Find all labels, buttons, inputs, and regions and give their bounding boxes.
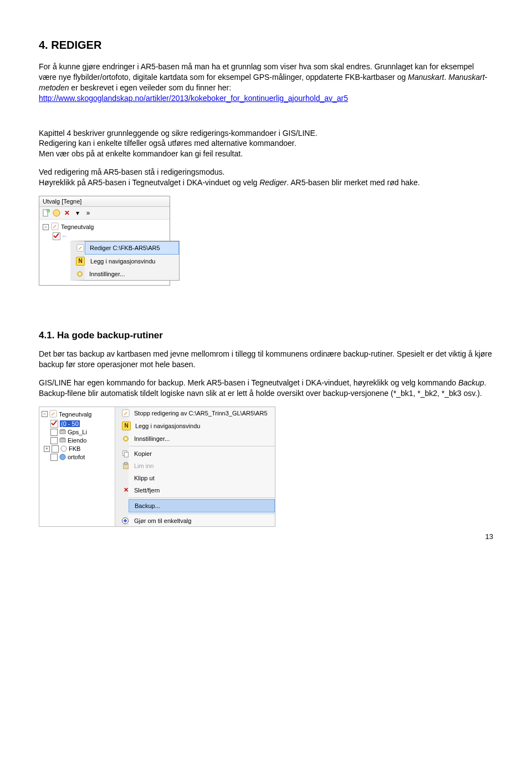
n-icon: N <box>76 257 85 266</box>
radio-icon <box>122 517 129 524</box>
blank-icon <box>122 502 130 510</box>
collapse-icon[interactable]: − <box>43 224 49 230</box>
tree-item-ortofoto[interactable]: ortofot <box>42 453 112 461</box>
menu-item-stop-edit[interactable]: Stopp redigering av C:\AR5_Trinn3_GL\AR5… <box>129 407 275 419</box>
text: . AR5-basen blir merket med rød hake. <box>287 178 420 187</box>
checkbox-icon[interactable] <box>50 429 58 436</box>
checkbox-icon[interactable] <box>50 437 58 444</box>
svg-rect-21 <box>124 462 127 464</box>
menu-item-delete[interactable]: ✕ Slett/fjern <box>129 484 275 496</box>
copy-icon <box>122 450 130 458</box>
toolbar: + ✕ ▾ » <box>39 207 170 220</box>
collapse-icon[interactable]: − <box>42 411 48 417</box>
checkbox-icon[interactable] <box>52 445 59 453</box>
menu-item-nav[interactable]: N Legg i navigasjonsvindu <box>85 255 179 268</box>
tree-item-ar5[interactable] <box>43 232 166 241</box>
separator <box>129 497 275 498</box>
text: Høyreklikk på AR5-basen i Tegneutvalget … <box>39 178 259 187</box>
menu-item-settings[interactable]: Innstillinger... <box>129 433 275 445</box>
pencil-icon <box>51 222 59 231</box>
paste-icon <box>122 462 130 470</box>
separator <box>129 446 275 446</box>
redigeringsmodus-paragraph: Ved redigering må AR5-basen stå i redige… <box>39 167 493 188</box>
menu-label: Legg i navigasjonsvindu <box>135 423 200 429</box>
svg-point-3 <box>53 210 60 216</box>
circle-icon <box>60 445 67 452</box>
label: ortofot <box>68 454 85 460</box>
selected-label: (0 - 50 <box>60 420 80 427</box>
svg-rect-19 <box>124 452 128 457</box>
manuskart-italic: Manuskart <box>408 73 444 82</box>
chevron-icon[interactable]: » <box>84 209 93 217</box>
tree-item-eiendo[interactable]: Eiendo <box>42 436 112 445</box>
expand-icon[interactable]: + <box>44 446 50 452</box>
label: Eiendo <box>68 437 86 444</box>
menu-label: Legg i navigasjonsvindu <box>90 258 155 265</box>
tree-item-fkb[interactable]: + FKB <box>42 445 112 453</box>
page-number: 13 <box>39 532 493 541</box>
label: Tegneutvalg <box>59 411 91 418</box>
menu-label: Stopp redigering av C:\AR5_Trinn3_GL\AR5… <box>134 410 268 417</box>
manuskart-link[interactable]: http://www.skogoglandskap.no/artikler/20… <box>39 94 348 103</box>
heading-rediger: 4. REDIGER <box>39 39 493 52</box>
globe-icon[interactable] <box>52 209 61 217</box>
menu-label: Slett/fjern <box>134 487 160 494</box>
db-icon <box>59 429 66 435</box>
tree-root-row[interactable]: − Tegneutvalg <box>43 222 166 232</box>
menu-item-rediger[interactable]: Rediger C:\FKB-AR5\AR5 <box>85 241 179 255</box>
screenshot-backup-menu: − Tegneutvalg (0 - 50 Gps_Li Eiendo + <box>39 407 275 527</box>
intro-paragraph: For å kunne gjøre endringer i AR5-basen … <box>39 62 493 104</box>
db-icon <box>59 437 66 444</box>
backup-italic: Backup <box>458 378 484 387</box>
svg-point-13 <box>61 446 66 451</box>
context-menu: Rediger C:\FKB-AR5\AR5 N Legg i navigasj… <box>70 241 180 281</box>
menu-item-settings[interactable]: Innstillinger... <box>85 268 179 280</box>
text: Backup-filene blir automatisk tildelt lo… <box>39 389 482 398</box>
menu-label: Lim inn <box>134 463 154 469</box>
menu-item-copy[interactable]: Kopier <box>129 448 275 460</box>
heading-backup-rutiner: 4.1. Ha gode backup-rutiner <box>39 330 493 341</box>
text: er beskrevet i egen veileder som du finn… <box>69 83 231 92</box>
cut-icon <box>122 474 130 482</box>
menu-item-backup[interactable]: Backup... <box>129 499 275 512</box>
menu-label: Klipp ut <box>134 475 155 481</box>
tree: − Tegneutvalg Rediger C:\FKB-AR5\AR5 N L… <box>39 220 170 285</box>
new-icon[interactable]: + <box>42 209 50 217</box>
menu-item-nav[interactable]: N Legg i navigasjonsvindu <box>129 419 275 433</box>
tree-item-gps[interactable]: Gps_Li <box>42 428 112 436</box>
gear-icon <box>76 270 84 278</box>
pencil-icon <box>49 410 57 419</box>
text: Ved redigering må AR5-basen stå i redige… <box>39 167 224 176</box>
menu-item-single[interactable]: Gjør om til enkeltvalg <box>129 515 275 526</box>
backup-p1: Det bør tas backup av kartbasen med jevn… <box>39 349 493 370</box>
context-menu-backup: Stopp redigering av C:\AR5_Trinn3_GL\AR5… <box>115 407 275 526</box>
tree-root-row[interactable]: − Tegneutvalg <box>42 409 112 419</box>
tree-item-selected[interactable]: (0 - 50 <box>42 419 112 428</box>
pencil-icon <box>122 409 130 417</box>
label: Gps_Li <box>68 429 87 435</box>
menu-label: Kopier <box>134 450 152 457</box>
menu-label: Innstillinger... <box>134 435 170 442</box>
svg-rect-12 <box>60 439 65 442</box>
menu-label: Backup... <box>135 502 160 509</box>
svg-point-14 <box>60 454 65 460</box>
text: GIS/LINE har egen kommando for backup. M… <box>39 378 458 387</box>
rediger-italic: Rediger <box>259 178 287 187</box>
svg-rect-10 <box>60 430 65 434</box>
checkbox-icon[interactable] <box>50 454 58 461</box>
pencil-icon <box>76 244 84 252</box>
separator <box>129 514 275 514</box>
delete-icon[interactable]: ✕ <box>63 209 71 217</box>
panel-title: Utvalg [Tegne] <box>39 196 170 207</box>
dropdown-icon[interactable]: ▾ <box>73 209 82 217</box>
delete-icon: ✕ <box>122 486 130 494</box>
menu-item-cut[interactable]: Klipp ut <box>129 472 275 484</box>
svg-text:+: + <box>47 209 49 212</box>
menu-label: Innstillinger... <box>89 271 125 277</box>
svg-point-17 <box>125 438 127 440</box>
menu-item-paste: Lim inn <box>129 460 275 472</box>
backup-p2: GIS/LINE har egen kommando for backup. M… <box>39 378 493 399</box>
gear-icon <box>122 435 130 443</box>
red-check-icon <box>53 232 60 240</box>
kap4-paragraph: Kapittel 4 beskriver grunnleggende og si… <box>39 128 493 160</box>
